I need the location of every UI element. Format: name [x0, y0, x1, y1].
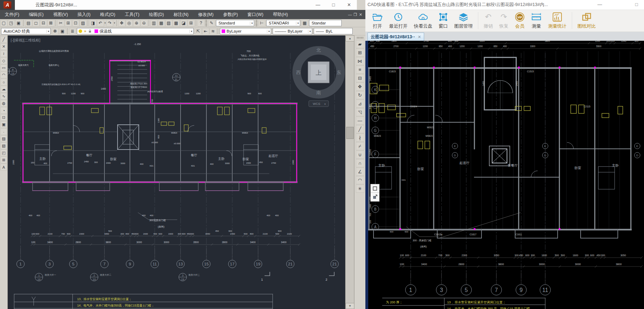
toolbar-measure[interactable]: 测量 — [528, 11, 545, 30]
toolbar-layers[interactable]: 图层管理 — [451, 11, 476, 30]
menu-1[interactable]: 文件(F) — [0, 10, 24, 19]
multiline-text-icon[interactable]: A — [0, 164, 7, 170]
autocad-title-bar[interactable]: A 云图花园-9#12#8#... — □ ✕ — [0, 0, 357, 10]
toolbar-redo[interactable]: ↷恢复 — [496, 11, 512, 30]
menu-7[interactable]: 绘图(D) — [144, 10, 169, 19]
match-properties-icon[interactable]: ▨ — [80, 20, 87, 27]
pan-icon[interactable]: ✥ — [118, 20, 125, 27]
array-icon[interactable]: ⊟ — [356, 74, 364, 82]
chevron-down-icon[interactable]: ▾ — [296, 22, 300, 25]
scale-icon[interactable]: ⊿ — [356, 100, 364, 108]
insert-block-icon[interactable]: ⊡ — [0, 114, 7, 121]
hatch-icon[interactable]: ▨ — [0, 135, 7, 142]
region-icon[interactable]: ◰ — [0, 150, 7, 156]
color-combo[interactable]: ByLayer ▾ — [220, 28, 271, 34]
make-layer-current-icon[interactable]: ⇱ — [195, 28, 202, 35]
open-icon[interactable]: ◳ — [8, 20, 15, 27]
mdi-close-icon[interactable]: ✕ — [358, 12, 363, 17]
designcenter-icon[interactable]: ▦ — [158, 20, 165, 27]
menu-11[interactable]: 窗口(W) — [243, 10, 268, 19]
workspace-save-icon[interactable]: ▣ — [59, 28, 66, 35]
copy-icon[interactable]: ⊞ — [356, 49, 364, 57]
make-block-icon[interactable]: ▣ — [0, 121, 7, 128]
chevron-down-icon[interactable]: ▾ — [250, 22, 254, 25]
circle-icon[interactable]: ○ — [0, 79, 7, 85]
vertical-scrollbar[interactable]: ▲ ▼ — [345, 35, 354, 309]
rectangle-icon[interactable]: ▭ — [0, 64, 7, 71]
layer-states-icon[interactable]: ≋ — [210, 28, 217, 35]
toolbar-grip[interactable] — [357, 37, 363, 39]
toolbar-open-folder[interactable]: 打开 — [369, 11, 386, 30]
polyline-icon[interactable]: ≀ — [0, 50, 7, 57]
menu-3[interactable]: 视图(V) — [49, 10, 73, 19]
redo-dropdown-icon[interactable]: ▾ — [114, 22, 115, 24]
trim-icon[interactable]: ╱ — [356, 125, 364, 133]
sheet-set-icon[interactable]: ▩ — [173, 20, 180, 27]
chamfer-icon[interactable]: ∠ — [356, 168, 364, 176]
menu-10[interactable]: 参数(P) — [218, 10, 243, 19]
scroll-up-icon[interactable]: ▲ — [346, 35, 354, 41]
gradient-icon[interactable]: ▧ — [0, 142, 7, 149]
autocad-close-button[interactable]: ✕ — [341, 0, 357, 10]
menu-9[interactable]: 修改(M) — [193, 10, 218, 19]
zoom-realtime-icon[interactable]: ◎ — [126, 20, 133, 27]
line-icon[interactable]: ╱ — [0, 36, 7, 43]
help-icon[interactable]: ? — [198, 20, 205, 27]
toolbar-grip[interactable] — [205, 20, 207, 26]
layer-lock-icon[interactable] — [88, 29, 92, 33]
mirror-icon[interactable]: ⋈ — [356, 57, 364, 65]
ellipse-arc-icon[interactable]: ◔ — [0, 107, 7, 114]
cut-icon[interactable]: ✂ — [57, 20, 64, 27]
workspace-combo[interactable]: AutoCAD 经典 ▾ — [1, 28, 51, 34]
floating-select-tool-icon[interactable] — [371, 184, 379, 193]
autocad-canvas[interactable]: 上 北 南 西 东 WCS ▾ [-][俯视][二维线框] -1.150700飞… — [8, 35, 345, 309]
join-icon[interactable]: ∩ — [356, 159, 364, 167]
floating-pan-tool-icon[interactable] — [371, 193, 379, 201]
edit-block-icon[interactable]: ◨ — [90, 20, 97, 27]
menu-4[interactable]: 插入(I) — [73, 10, 95, 19]
toolbar-undo[interactable]: ↶撤销 — [480, 11, 496, 30]
menu-8[interactable]: 标注(N) — [169, 10, 193, 19]
autocad-maximize-button[interactable]: □ — [326, 0, 341, 10]
toolbar-measure-stats[interactable]: 测量统计 — [545, 11, 570, 30]
tool-palettes-icon[interactable]: ▧ — [165, 20, 172, 27]
chevron-down-icon[interactable]: ▾ — [308, 30, 312, 33]
offset-icon[interactable]: ≡ — [356, 66, 364, 74]
extend-icon[interactable]: ∤ — [356, 134, 364, 142]
zoom-previous-icon[interactable]: ⊖ — [141, 20, 148, 27]
layer-combo[interactable]: ☀ 保温线 ▾ — [77, 28, 194, 34]
toolbar-grip[interactable] — [256, 20, 257, 26]
stretch-icon[interactable]: ◹ — [356, 108, 364, 116]
table-icon[interactable]: ⊞ — [0, 157, 7, 163]
layer-freeze-icon[interactable]: ☀ — [84, 29, 87, 33]
revision-cloud-icon[interactable]: ☁ — [0, 86, 7, 92]
new-icon[interactable]: ▢ — [0, 20, 7, 27]
table-style-combo[interactable]: Standar — [309, 20, 342, 26]
break-icon[interactable]: ∪ — [356, 151, 364, 159]
toolbar-vip[interactable]: VIP会员 — [512, 11, 528, 30]
undo-icon[interactable]: ↶ — [97, 20, 104, 27]
toolbar-compare[interactable]: 图纸对比 — [574, 11, 599, 30]
viewer-minimize-button[interactable]: — — [594, 0, 606, 9]
save-icon[interactable]: ▣ — [15, 20, 22, 27]
autocad-app-button[interactable]: A — [0, 0, 15, 10]
markup-icon[interactable]: ◪ — [180, 20, 187, 27]
etransmit-icon[interactable]: ⊠ — [47, 20, 55, 27]
layer-properties-icon[interactable]: ≣ — [69, 28, 76, 35]
menu-2[interactable]: 编辑(E) — [24, 10, 49, 19]
point-icon[interactable]: ∙ — [0, 128, 7, 135]
menu-12[interactable]: 帮助(H) — [268, 10, 292, 19]
move-icon[interactable]: ✥ — [356, 83, 364, 91]
mdi-minimize-icon[interactable]: — — [347, 12, 353, 17]
mdi-restore-icon[interactable]: ❐ — [353, 12, 358, 17]
plot-icon[interactable]: ▤ — [25, 20, 32, 27]
chevron-down-icon[interactable]: ▾ — [46, 30, 50, 33]
break-at-point-icon[interactable]: ⌿ — [356, 142, 364, 150]
chevron-down-icon[interactable]: ▾ — [189, 30, 193, 33]
spline-icon[interactable]: ∿ — [0, 93, 7, 100]
explode-icon[interactable]: ✳ — [356, 185, 364, 193]
copy-icon[interactable]: ⊞ — [65, 20, 72, 27]
polygon-icon[interactable]: ◇ — [0, 57, 7, 64]
match-properties-icon[interactable]: ▰ — [356, 40, 364, 48]
table-style-icon[interactable]: ▦ — [301, 20, 308, 27]
